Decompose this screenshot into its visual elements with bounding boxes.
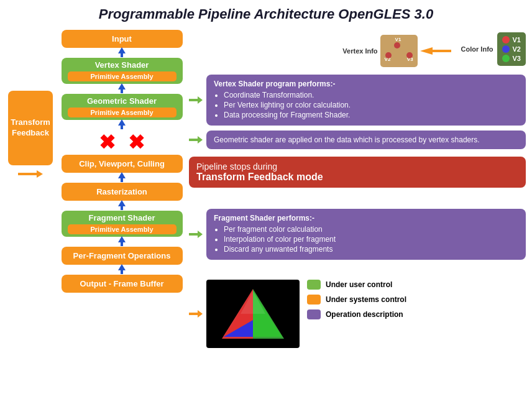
vertex-info-arrow <box>420 46 451 56</box>
color-triangle-svg <box>219 286 287 342</box>
page-title: Programmable Pipeline Architecture OpenG… <box>6 6 526 22</box>
svg-marker-2 <box>118 83 126 89</box>
vertex-shader-box: Vertex Shader Primitive Assembly <box>62 58 183 84</box>
svg-rect-3 <box>121 89 123 93</box>
svg-rect-11 <box>121 242 123 246</box>
bottom-row: Under user control Under systems control… <box>189 280 526 348</box>
cross-row: ✖ ✖ <box>99 132 145 152</box>
fragment-shader-box: Fragment Shader Primitive Assembly <box>62 211 183 237</box>
transform-feedback-cell: Transform Feedback <box>6 72 55 179</box>
arrow-down-3 <box>116 119 127 131</box>
legend-item-purple: Operation description <box>307 309 526 319</box>
pipeline-stop-title: Pipeline stops during <box>196 162 518 172</box>
legend-swatch-orange <box>307 295 321 305</box>
frag-desc-box: Fragment Shader performs:- Per fragment … <box>206 209 526 260</box>
svg-marker-6 <box>118 172 126 178</box>
dot-v1 <box>394 42 400 48</box>
arrow-down-4 <box>116 172 127 183</box>
feedback-arrow <box>18 169 43 179</box>
frag-desc-item-1: Per fragment color calculation <box>224 225 518 234</box>
dot-v3 <box>406 52 413 58</box>
rasterization-box: Rasterization <box>62 183 183 201</box>
vertex-primitive-sub: Primitive Assembly <box>68 71 177 81</box>
color-info-box: V1 V2 V3 <box>497 32 526 66</box>
spacer-2 <box>189 265 526 272</box>
vertex-desc-item-3: Data processing for Fragment Shader. <box>224 111 518 119</box>
pipeline-stop-text: Transform Feedback mode <box>196 172 518 183</box>
svg-marker-4 <box>118 119 126 126</box>
arrow-down-6 <box>116 236 127 247</box>
spacer-1 <box>189 193 526 204</box>
red-dot <box>502 36 510 44</box>
svg-rect-1 <box>121 53 123 57</box>
blue-dot <box>502 45 510 53</box>
svg-marker-15 <box>420 47 451 55</box>
legend-swatch-green <box>307 280 321 290</box>
color-info-label: Color Info <box>461 45 493 53</box>
vertex-desc-item-2: Per Vertex lighting or color calculation… <box>224 101 518 109</box>
vertex-triangle: V1 V2 V3 <box>380 35 418 67</box>
frag-desc-item-3: Discard any unwanted fragments <box>224 245 518 254</box>
v1-label-tri: V1 <box>395 37 401 42</box>
svg-rect-9 <box>121 206 123 210</box>
geo-desc-arrow <box>189 135 203 145</box>
legend-label-purple: Operation description <box>326 310 403 319</box>
dot-v2 <box>385 52 392 58</box>
clip-box: Clip, Viewport, Culling <box>62 155 183 173</box>
transform-feedback-box: Transform Feedback <box>8 91 53 165</box>
frag-primitive-sub: Primitive Assembly <box>68 224 177 234</box>
geo-shader-box: Geometric Shader Primitive Assembly <box>62 94 183 120</box>
color-row-v3: V3 <box>502 55 521 62</box>
geo-desc-box: Geometric shader are applied on the data… <box>206 131 526 149</box>
legend-swatch-purple <box>307 309 321 319</box>
right-column: Vertex Info V1 V2 V3 Color Info <box>189 30 526 348</box>
vertex-desc-list: Coordinate Transformation. Per Vertex li… <box>224 91 518 119</box>
red-cross-1: ✖ <box>99 132 116 152</box>
svg-marker-19 <box>189 310 203 318</box>
vertex-desc-title: Vertex Shader program performs:- <box>214 80 518 88</box>
frag-desc-list: Per fragment color calculation Interpola… <box>224 225 518 254</box>
frag-desc-title: Fragment Shader performs:- <box>214 214 518 222</box>
pipeline-column: Input Vertex Shader Primitive Assembly G… <box>60 30 184 293</box>
color-row-v2: V2 <box>502 45 521 53</box>
output-arrow <box>189 309 203 319</box>
vertex-desc-item-1: Coordinate Transformation. <box>224 91 518 99</box>
vertex-desc-arrow <box>189 95 203 105</box>
frag-desc-arrow <box>189 229 203 239</box>
geo-primitive-sub: Primitive Assembly <box>68 108 177 117</box>
svg-marker-8 <box>118 200 126 206</box>
red-cross-2: ✖ <box>128 132 145 152</box>
svg-marker-0 <box>118 47 126 53</box>
per-fragment-box: Per-Fragment Operations <box>62 247 183 265</box>
pipeline-stop-box: Pipeline stops during Transform Feedback… <box>189 157 526 188</box>
svg-marker-16 <box>189 96 203 104</box>
svg-rect-13 <box>121 270 123 274</box>
input-box: Input <box>62 30 183 48</box>
legend-item-green: Under user control <box>307 280 526 290</box>
svg-marker-17 <box>189 136 203 144</box>
arrow-down-7 <box>116 264 127 275</box>
vertex-info-label: Vertex Info <box>342 47 377 55</box>
arrow-down-2 <box>116 83 127 94</box>
svg-marker-12 <box>118 264 126 270</box>
arrow-down-1 <box>116 47 127 58</box>
legend-label-orange: Under systems control <box>326 295 406 304</box>
color-row-v1: V1 <box>502 36 521 44</box>
vertex-desc-box: Vertex Shader program performs:- Coordin… <box>206 75 526 126</box>
svg-marker-14 <box>18 170 43 178</box>
output-box: Output - Frame Buffer <box>62 275 183 293</box>
svg-marker-18 <box>189 231 203 238</box>
svg-marker-28 <box>241 291 265 314</box>
arrow-down-5 <box>116 200 127 211</box>
green-dot <box>502 55 510 62</box>
frag-desc-item-2: Interpolation of color per fragment <box>224 235 518 244</box>
svg-marker-10 <box>118 236 126 242</box>
svg-rect-7 <box>121 178 123 182</box>
triangle-image <box>206 280 300 348</box>
legend-label-green: Under user control <box>326 280 392 289</box>
svg-rect-5 <box>121 126 123 129</box>
legend-items: Under user control Under systems control… <box>307 280 526 319</box>
legend-item-orange: Under systems control <box>307 295 526 305</box>
geo-desc-text: Geometric shader are applied on the data… <box>214 135 480 144</box>
